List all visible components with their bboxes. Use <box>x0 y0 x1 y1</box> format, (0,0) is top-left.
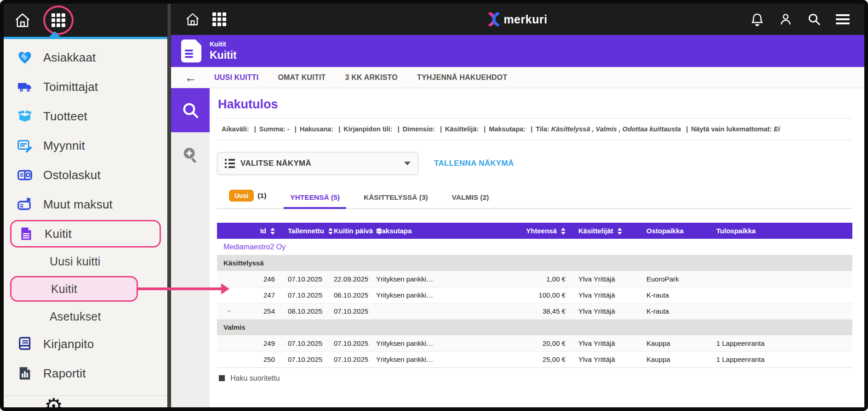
search-icon[interactable] <box>806 11 822 27</box>
sidebar: AsiakkaatToimittajatTuotteetMyynnitOstol… <box>4 39 167 407</box>
save-view-link[interactable]: TALLENNA NÄKYMÄ <box>434 159 514 168</box>
sidebar-item-toimittajat[interactable]: Toimittajat <box>4 72 167 101</box>
cell-purchase-place: Kauppa <box>640 335 710 351</box>
cell-id: 250 <box>217 351 281 367</box>
status-square-icon <box>219 375 225 381</box>
gear-icon[interactable]: ⚙ <box>44 397 63 407</box>
column-label: Käsittelijät <box>578 227 613 235</box>
section-label: Valmis <box>217 319 852 335</box>
view-select-value: VALITSE NÄKYMÄ <box>240 159 311 168</box>
filter-label: Näytä vain lukemattomat: <box>691 125 774 133</box>
filter-separator: | <box>484 125 485 133</box>
annotation-arrow-icon <box>137 287 222 290</box>
rail-zoom-in-tile[interactable] <box>171 132 210 176</box>
search-status: Haku suoritettu <box>217 374 852 383</box>
cell-result-place <box>710 271 852 287</box>
filter-label: Hakusana: <box>300 125 335 133</box>
column-label: Id <box>260 227 266 235</box>
view-row: VALITSE NÄKYMÄ TALLENNA NÄKYMÄ <box>217 152 852 175</box>
nav-tab-omat-kuitit[interactable]: OMAT KUITIT <box>278 73 326 82</box>
customers-icon <box>17 49 33 66</box>
home-icon[interactable] <box>185 11 200 27</box>
sales-icon <box>17 137 33 154</box>
cell-receipt-date: 07.10.2025 <box>327 351 370 367</box>
column-header-ostopaikka: Ostopaikka <box>640 223 710 239</box>
nav-tab-tyhjenn-hakuehdot[interactable]: TYHJENNÄ HAKUEHDOT <box>417 73 508 82</box>
sidebar-footer: ⚙ <box>4 395 167 407</box>
cell-total: 38,45 € <box>451 303 572 319</box>
rail-search-tile[interactable] <box>171 88 210 132</box>
cell-purchase-place: EuoroPark <box>640 271 710 287</box>
column-header-k-sittelij-t[interactable]: Käsittelijät <box>572 223 640 239</box>
home-icon[interactable] <box>15 12 30 28</box>
user-icon[interactable] <box>778 11 794 27</box>
table-row-receipt-247[interactable]: 24707.10.202506.10.2025Yrityksen pankki…… <box>217 287 852 303</box>
panel-divider <box>167 4 171 407</box>
sidebar-item-kuitit[interactable]: Kuitit <box>11 221 160 246</box>
cell-receipt-date: 07.10.2025 <box>327 335 370 351</box>
column-label: Tallennettu <box>288 227 324 235</box>
cell-payment: Yrityksen pankki… <box>370 351 451 367</box>
table-row-receipt-250[interactable]: 25007.10.202507.10.2025Yrityksen pankki…… <box>217 351 852 367</box>
filter-label: Tila: <box>536 125 551 133</box>
column-header-id[interactable]: Id <box>217 223 281 239</box>
cell-total: 25,00 € <box>451 351 572 367</box>
column-label: Kuitin päivä <box>334 227 373 235</box>
column-header-yhteens-[interactable]: Yhteensä <box>451 223 572 239</box>
cell-result-place <box>710 287 852 303</box>
filter-value: - <box>287 125 291 133</box>
cell-payment: Yrityksen pankki… <box>370 335 451 351</box>
cell-total: 20,00 € <box>451 335 572 351</box>
status-tab-yhteens-5-[interactable]: YHTEENSÄ (5) <box>278 193 352 209</box>
filter-separator: | <box>398 125 400 133</box>
filter-separator: | <box>686 125 688 133</box>
apps-grid-icon[interactable] <box>51 13 65 27</box>
company-row[interactable]: Mediamaestro2 Oy <box>217 239 852 255</box>
search-results-title: Hakutulos <box>218 97 852 112</box>
sidebar-item-kuitit[interactable]: Kuitit <box>11 277 137 300</box>
back-arrow[interactable]: ← <box>185 72 197 84</box>
breadcrumb: Kuitit <box>210 40 237 48</box>
sidebar-item-ostolaskut[interactable]: Ostolaskut <box>4 160 167 190</box>
apps-grid-icon[interactable] <box>211 11 227 27</box>
table-row-receipt-246[interactable]: 24607.10.202522.09.2025Yrityksen pankki…… <box>217 271 852 287</box>
topbar: merkuri <box>171 4 864 35</box>
cell-purchase-place: Kauppa <box>640 351 710 367</box>
left-mini-topbar <box>4 4 167 37</box>
filter-separator: | <box>295 125 297 133</box>
cell-saved: 07.10.2025 <box>281 351 327 367</box>
status-tab-valmis-2-[interactable]: VALMIS (2) <box>440 193 501 209</box>
nav-tab-uusi-kuitti[interactable]: UUSI KUITTI <box>214 73 258 82</box>
status-tab-k-sittelyss-3-[interactable]: KÄSITTELYSSÄ (3) <box>352 193 440 209</box>
sidebar-item-kirjanpito[interactable]: Kirjanpito <box>4 329 167 359</box>
sidebar-item-raportit[interactable]: Raportit <box>4 359 167 388</box>
bell-icon[interactable] <box>749 11 765 27</box>
annotation-box: Kuitit <box>10 220 161 248</box>
table-row-receipt-249[interactable]: 24907.10.202507.10.2025Yrityksen pankki…… <box>217 335 852 351</box>
sidebar-item-asetukset[interactable]: Asetukset <box>4 304 167 329</box>
view-select-dropdown[interactable]: VALITSE NÄKYMÄ <box>217 152 418 175</box>
truck-icon <box>17 79 33 95</box>
sidebar-item-asiakkaat[interactable]: Asiakkaat <box>4 43 167 72</box>
status-tab-uusi[interactable]: Uusi(1) <box>217 190 278 209</box>
sidebar-item-myynnit[interactable]: Myynnit <box>4 131 167 160</box>
cell-id: 249 <box>217 335 281 351</box>
nav-tab-3-kk-arkisto[interactable]: 3 KK ARKISTO <box>345 73 398 82</box>
sidebar-item-uusi-kuitti[interactable]: Uusi kuitti <box>4 248 167 274</box>
column-header-kuitin-p-iv-[interactable]: Kuitin päivä <box>327 223 370 239</box>
filter-value: Ei <box>774 125 780 133</box>
zoom-in-icon <box>182 146 199 163</box>
cell-id: --254 <box>217 303 281 319</box>
filter-separator: | <box>440 125 442 133</box>
sidebar-item-tuotteet[interactable]: Tuotteet <box>4 101 167 131</box>
column-header-tallennettu[interactable]: Tallennettu <box>281 223 327 239</box>
sidebar-item-muut-maksut[interactable]: Muut maksut <box>4 190 167 219</box>
table-row-receipt-254[interactable]: --25408.10.202507.10.202538,45 €Ylva Yri… <box>217 303 852 319</box>
cell-handlers: Ylva Yrittäjä <box>572 303 640 319</box>
column-label: Ostopaikka <box>646 227 684 235</box>
new-badge: Uusi <box>229 190 254 202</box>
left-panel: AsiakkaatToimittajatTuotteetMyynnitOstol… <box>4 4 167 407</box>
menu-icon[interactable] <box>835 11 851 27</box>
cell-payment <box>370 303 451 319</box>
cell-saved: 07.10.2025 <box>281 271 327 287</box>
